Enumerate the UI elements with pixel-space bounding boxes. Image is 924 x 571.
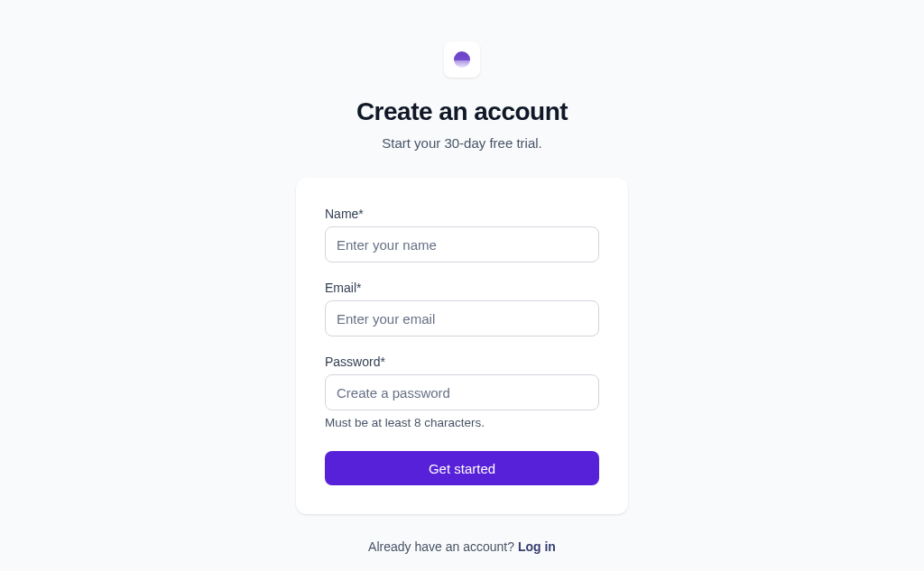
name-input[interactable] [325,226,599,262]
login-link[interactable]: Log in [518,539,556,554]
app-logo [444,41,480,78]
footer-prompt-text: Already have an account? [368,539,518,554]
password-field-group: Password* Must be at least 8 characters. [325,355,599,429]
get-started-button[interactable]: Get started [325,451,599,485]
email-field-group: Email* [325,281,599,336]
password-input[interactable] [325,374,599,410]
email-input[interactable] [325,300,599,336]
page-title: Create an account [356,97,568,126]
email-label: Email* [325,281,599,295]
footer-prompt: Already have an account? Log in [368,539,556,554]
name-label: Name* [325,207,599,221]
logo-circle-icon [454,51,470,68]
page-subtitle: Start your 30-day free trial. [382,135,542,151]
password-hint: Must be at least 8 characters. [325,416,599,429]
password-label: Password* [325,355,599,369]
name-field-group: Name* [325,207,599,262]
signup-card: Name* Email* Password* Must be at least … [296,178,628,514]
